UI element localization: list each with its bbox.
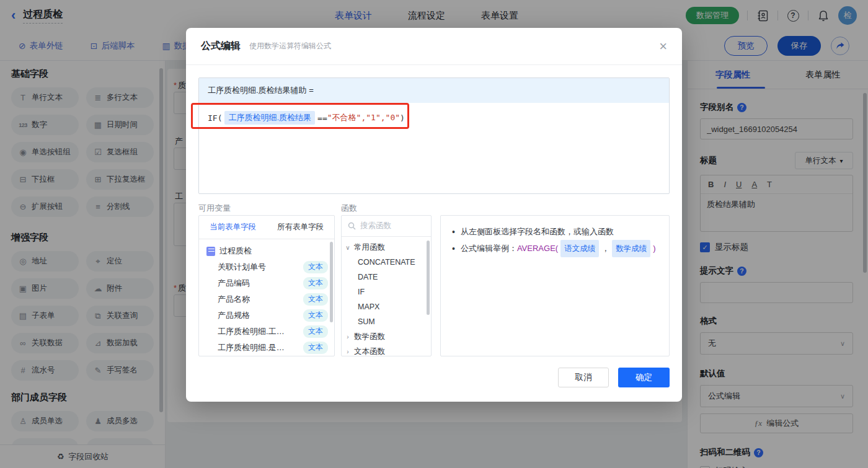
field-type-badge: 文本 (303, 325, 328, 338)
chevron-right-icon: › (342, 348, 354, 355)
field-row[interactable]: 关联计划单号文本 (199, 259, 334, 275)
tab-all-form-fields[interactable]: 所有表单字段 (267, 216, 334, 239)
search-placeholder: 搜索函数 (360, 221, 391, 231)
field-type-badge: 文本 (303, 342, 328, 354)
functions-scrollbar[interactable] (427, 241, 430, 315)
average-token: AVERAGE( (517, 241, 558, 257)
functions-panel: 搜索函数 ∨常用函数 CONCATENATE DATE IF MAPX SUM … (341, 215, 432, 356)
close-icon[interactable]: × (659, 40, 667, 53)
field-type-badge: 文本 (303, 277, 328, 289)
bullet-icon: • (452, 241, 455, 257)
tip-line-2: • 公式编辑举例： AVERAGE( 语文成绩 ， 数学成绩 ) (452, 240, 658, 257)
variables-list: 过程质检 关联计划单号文本 产品编码文本 产品名称文本 产品规格文本 工序质检明… (199, 239, 334, 356)
function-item[interactable]: SUM (342, 314, 431, 329)
function-group-math[interactable]: ›数学函数 (342, 329, 431, 344)
chevron-right-icon: › (342, 333, 354, 340)
field-row[interactable]: 工序质检明细.是否需...文本 (199, 340, 334, 356)
form-node[interactable]: 过程质检 (199, 243, 334, 259)
formula-target: 工序质检明细.质检结果辅助 = (199, 78, 669, 103)
field-type-badge: 文本 (303, 261, 328, 273)
example-field-chip: 语文成绩 (560, 240, 599, 257)
field-row[interactable]: 产品规格文本 (199, 307, 334, 324)
variables-scrollbar[interactable] (330, 242, 333, 322)
dialog-footer: 取消 确定 (558, 368, 670, 387)
field-row[interactable]: 工序质检明细.工序名称文本 (199, 324, 334, 340)
example-field-chip: 数学成绩 (612, 240, 650, 257)
field-type-badge: 文本 (303, 309, 328, 322)
function-group-common[interactable]: ∨常用函数 (342, 240, 431, 255)
confirm-button[interactable]: 确定 (618, 368, 670, 387)
dialog-subtitle: 使用数学运算符编辑公式 (249, 41, 331, 51)
help-panel: • 从左侧面板选择字段名和函数，或输入函数 • 公式编辑举例： AVERAGE(… (440, 215, 670, 356)
search-icon (348, 222, 356, 230)
variables-tabs: 当前表单字段 所有表单字段 (199, 216, 334, 239)
function-item[interactable]: DATE (342, 270, 431, 285)
cancel-button[interactable]: 取消 (558, 368, 609, 387)
functions-list: ∨常用函数 CONCATENATE DATE IF MAPX SUM ›数学函数… (342, 237, 431, 356)
dialog-title: 公式编辑 (201, 40, 241, 53)
functions-label: 函数 (341, 203, 357, 214)
formula-edit-dialog: 公式编辑 使用数学运算符编辑公式 × 工序质检明细.质检结果辅助 = IF( 工… (186, 28, 682, 402)
variables-label: 可用变量 (198, 203, 231, 214)
function-search[interactable]: 搜索函数 (342, 216, 431, 237)
function-item[interactable]: CONCATENATE (342, 255, 431, 270)
document-icon (206, 247, 215, 256)
formula-expression[interactable]: IF( 工序质检明细.质检结果 == "不合格","1","0" ) (199, 103, 669, 133)
formula-if-token: IF( (208, 113, 222, 123)
close-paren: ) (653, 241, 655, 257)
chevron-down-icon: ∨ (342, 244, 354, 251)
app-root: ‹ 过程质检 表单设计 流程设定 表单设置 数据管理 ? 检 ⊘ 表单外链 (0, 0, 868, 468)
formula-close-paren: ) (400, 113, 405, 123)
formula-operator: == (317, 113, 327, 123)
bullet-icon: • (452, 224, 455, 240)
dialog-header: 公式编辑 使用数学运算符编辑公式 × (186, 28, 682, 65)
field-row[interactable]: 产品名称文本 (199, 291, 334, 307)
variables-panel: 当前表单字段 所有表单字段 过程质检 关联计划单号文本 产品编码文本 产品名称文… (198, 215, 335, 356)
function-item[interactable]: IF (342, 285, 431, 299)
tab-current-form-fields[interactable]: 当前表单字段 (199, 216, 267, 239)
formula-string-args: "不合格","1","0" (327, 112, 400, 123)
field-row[interactable]: 产品编码文本 (199, 275, 334, 291)
formula-editor[interactable]: 工序质检明细.质检结果辅助 = IF( 工序质检明细.质检结果 == "不合格"… (198, 77, 670, 194)
formula-field-chip: 工序质检明细.质检结果 (224, 111, 315, 125)
field-type-badge: 文本 (303, 293, 328, 306)
tip-line-1: • 从左侧面板选择字段名和函数，或输入函数 (452, 224, 658, 240)
function-group-text[interactable]: ›文本函数 (342, 344, 431, 356)
function-item[interactable]: MAPX (342, 299, 431, 314)
